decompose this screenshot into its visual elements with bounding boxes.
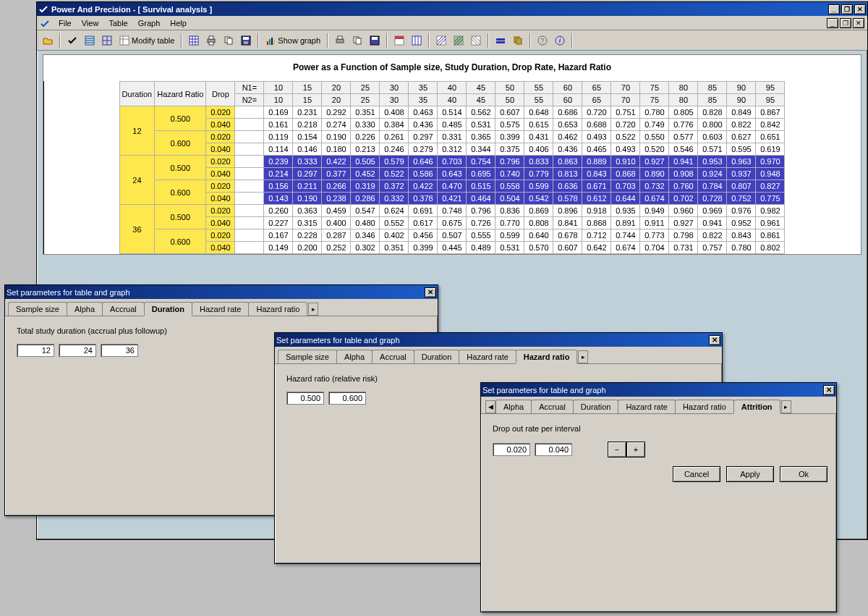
tab-duration[interactable]: Duration [144,302,192,316]
drop-cell: 0.040 [206,193,235,205]
n1-value: 90 [727,82,756,94]
copy-graph-button[interactable] [349,33,365,48]
hazard-ratio-cell: 0.500 [155,156,206,180]
tab-accrual[interactable]: Accrual [531,400,574,413]
print-graph-button[interactable] [332,33,348,48]
tab-hazard-ratio[interactable]: Hazard ratio [516,350,578,363]
dialog-titlebar[interactable]: Set parameters for table and graph ✕ [481,383,836,397]
close-icon[interactable]: ✕ [425,287,436,298]
maximize-button[interactable]: ❐ [841,4,853,14]
mdi-close-button[interactable]: ✕ [853,18,864,28]
close-icon[interactable]: ✕ [823,385,835,395]
power-cell: 0.515 [467,180,495,193]
modify-table-button[interactable]: Modify table [116,33,177,48]
power-cell: 0.935 [611,205,640,217]
cancel-button[interactable]: Cancel [673,466,720,482]
power-cell: 0.643 [438,168,467,180]
help-button[interactable]: ? [535,33,550,48]
check-button[interactable] [64,33,80,48]
copy-button[interactable] [221,33,237,48]
tab-sample-size[interactable]: Sample size [8,302,67,316]
save-graph-button[interactable] [367,33,383,48]
grid-button[interactable] [99,33,115,48]
ok-button[interactable]: Ok [780,466,827,482]
hatch3-button[interactable] [468,33,484,48]
power-cell: 0.751 [611,106,640,119]
power-cell: 0.351 [351,106,380,119]
power-cell: 0.963 [727,156,756,168]
tab-sample-size[interactable]: Sample size [278,350,337,363]
svg-text:?: ? [541,37,545,44]
tab-scroll-right-icon[interactable]: ▸ [308,303,318,316]
tab-scroll-left-icon[interactable]: ◀ [485,400,495,413]
value-input[interactable] [535,443,572,456]
tab-alpha[interactable]: Alpha [67,302,103,316]
power-cell: 0.319 [351,180,380,193]
dialog-titlebar[interactable]: Set parameters for table and graph ✕ [275,333,722,347]
menu-table[interactable]: Table [104,17,132,29]
power-cell: 0.377 [322,168,351,180]
tab-duration[interactable]: Duration [414,350,460,363]
save-button[interactable] [238,33,254,48]
open-button[interactable] [40,33,56,48]
table-row: 0.0400.2140.2970.3770.4520.5220.5860.643… [119,168,785,180]
menu-help[interactable]: Help [166,17,191,29]
tab-duration[interactable]: Duration [573,400,619,413]
info-button[interactable]: i [552,33,568,48]
mdi-minimize-button[interactable]: _ [827,18,838,28]
mdi-restore-button[interactable]: ❐ [840,18,851,28]
stack-button[interactable] [510,33,526,48]
value-input[interactable] [17,344,54,357]
tab-scroll-right-icon[interactable]: ▸ [578,350,588,363]
table-button[interactable] [186,33,202,48]
close-icon[interactable]: ✕ [709,335,720,345]
power-cell: 0.331 [438,131,467,143]
toolbar-sep [386,33,388,48]
tab-scroll-right-icon[interactable]: ▸ [781,400,791,413]
drop-cell: 0.020 [206,205,235,217]
panel1-button[interactable] [391,33,407,48]
tab-hazard-rate[interactable]: Hazard rate [192,302,249,316]
tab-hazard-rate[interactable]: Hazard rate [459,350,516,363]
tab-hazard-ratio[interactable]: Hazard ratio [675,400,734,413]
apply-button[interactable]: Apply [726,466,774,482]
tab-accrual[interactable]: Accrual [102,302,145,316]
value-input[interactable] [493,443,530,456]
n1-value: 50 [495,82,524,94]
value-input[interactable] [59,344,96,357]
hatch2-button[interactable] [451,33,467,48]
value-input[interactable] [101,344,138,357]
value-input[interactable] [286,392,324,405]
app-check-icon [38,4,48,14]
document-check-icon[interactable] [40,18,50,28]
blank-cell [235,131,264,143]
row-button[interactable] [493,33,509,48]
plus-button[interactable]: + [626,442,645,457]
minimize-button[interactable]: _ [828,4,840,14]
tab-hazard-rate[interactable]: Hazard rate [618,400,675,413]
minus-button[interactable]: − [608,442,626,457]
tab-alpha[interactable]: Alpha [336,350,373,363]
power-cell: 0.863 [553,156,582,168]
value-input[interactable] [328,392,366,405]
tab-accrual[interactable]: Accrual [372,350,414,363]
list-button[interactable] [82,33,98,48]
tab-hazard-ratio[interactable]: Hazard ratio [248,302,307,316]
panel2-button[interactable] [409,33,425,48]
tab-alpha[interactable]: Alpha [495,400,532,413]
close-button[interactable]: ✕ [854,4,866,14]
dialog-titlebar[interactable]: Set parameters for table and graph ✕ [5,285,438,299]
show-graph-button[interactable]: Show graph [263,33,323,48]
hatch1-button[interactable] [433,33,449,48]
menu-view[interactable]: View [77,17,103,29]
table-row: 240.5000.0200.2390.3330.4220.5050.5790.6… [119,156,785,168]
power-cell: 0.703 [438,156,467,168]
menu-file[interactable]: File [54,17,76,29]
power-cell: 0.464 [467,193,495,205]
print-button[interactable] [203,33,219,48]
power-cell: 0.333 [293,156,322,168]
n2-value: 85 [698,94,727,106]
tab-attrition[interactable]: Attrition [733,400,780,413]
power-cell: 0.941 [669,156,698,168]
menu-graph[interactable]: Graph [134,17,165,29]
